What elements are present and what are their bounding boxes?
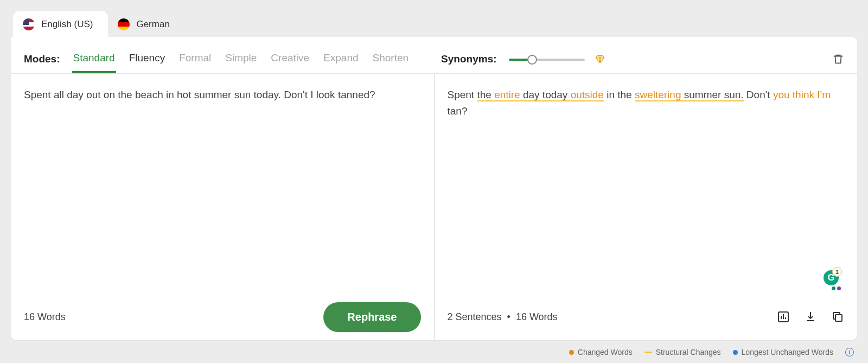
mode-list: Standard Fluency Formal Simple Creative … — [72, 44, 410, 73]
legend-label: Changed Words — [578, 348, 633, 356]
seg-structural: summer sun. — [681, 89, 744, 101]
output-sentence-count: 2 Sentences — [448, 311, 502, 323]
download-icon[interactable] — [804, 310, 817, 323]
assistant-dots-icon — [832, 286, 841, 290]
seg-structural: day today — [520, 89, 571, 101]
output-footer: 2 Sentences • 16 Words — [448, 302, 845, 332]
legend-dot-orange-icon — [569, 350, 574, 355]
output-pane: Spent the entire day today outside in th… — [435, 74, 858, 340]
panes: Spent all day out on the beach in hot su… — [11, 74, 857, 340]
input-pane: Spent all day out on the beach in hot su… — [11, 74, 435, 340]
output-word-count: 16 Words — [516, 311, 558, 323]
output-text[interactable]: Spent the entire day today outside in th… — [448, 87, 845, 302]
diamond-icon — [595, 54, 605, 65]
svg-rect-1 — [835, 315, 842, 321]
input-word-count: 16 Words — [24, 311, 66, 323]
bullet-sep: • — [507, 311, 510, 323]
lang-tab-label: German — [136, 19, 169, 30]
mode-simple[interactable]: Simple — [224, 44, 258, 73]
trash-icon[interactable] — [832, 53, 844, 65]
flag-us-icon — [23, 18, 35, 30]
stats-icon[interactable] — [777, 310, 790, 323]
modes-label: Modes: — [24, 53, 60, 65]
legend-changed: Changed Words — [569, 348, 633, 356]
synonyms-slider[interactable] — [509, 54, 585, 65]
info-icon[interactable]: i — [845, 348, 854, 356]
main-card: Modes: Standard Fluency Formal Simple Cr… — [11, 37, 857, 340]
toolbar: Modes: Standard Fluency Formal Simple Cr… — [11, 37, 857, 74]
legend-bar-yellow-icon — [644, 352, 652, 353]
legend-label: Structural Changes — [656, 348, 721, 356]
language-tabs: English (US) German — [0, 0, 868, 38]
slider-thumb[interactable] — [527, 55, 537, 65]
lang-tab-german[interactable]: German — [108, 11, 184, 38]
seg: tan? — [448, 105, 468, 117]
mode-creative[interactable]: Creative — [270, 44, 310, 73]
legend-label: Longest Unchanged Words — [742, 348, 833, 356]
mode-formal[interactable]: Formal — [178, 44, 212, 73]
synonyms-label: Synonyms: — [441, 53, 496, 65]
seg-changed: you think I'm — [773, 89, 831, 100]
seg: in the — [604, 89, 635, 100]
lang-tab-label: English (US) — [41, 19, 93, 30]
seg-changed: entire — [494, 89, 520, 101]
seg-changed: sweltering — [635, 89, 681, 101]
input-footer: 16 Words Rephrase — [24, 302, 421, 332]
flag-de-icon — [118, 18, 130, 30]
grammarly-badge[interactable]: G — [824, 270, 839, 285]
legend-structural: Structural Changes — [644, 348, 721, 356]
mode-expand[interactable]: Expand — [322, 44, 359, 73]
seg-structural: the — [477, 89, 494, 101]
legend-unchanged: Longest Unchanged Words — [733, 348, 833, 356]
rephrase-button[interactable]: Rephrase — [323, 302, 420, 332]
output-counts: 2 Sentences • 16 Words — [448, 311, 558, 323]
copy-icon[interactable] — [831, 310, 844, 323]
seg: Spent — [448, 89, 477, 100]
seg-changed: outside — [571, 89, 604, 101]
mode-fluency[interactable]: Fluency — [128, 44, 167, 73]
lang-tab-english[interactable]: English (US) — [13, 11, 108, 38]
input-text[interactable]: Spent all day out on the beach in hot su… — [24, 87, 421, 302]
mode-shorten[interactable]: Shorten — [372, 44, 410, 73]
seg: Don't — [744, 89, 773, 100]
output-tools — [777, 310, 844, 323]
legend-dot-blue-icon — [733, 350, 738, 355]
mode-standard[interactable]: Standard — [72, 44, 116, 73]
legend: Changed Words Structural Changes Longest… — [569, 348, 854, 356]
